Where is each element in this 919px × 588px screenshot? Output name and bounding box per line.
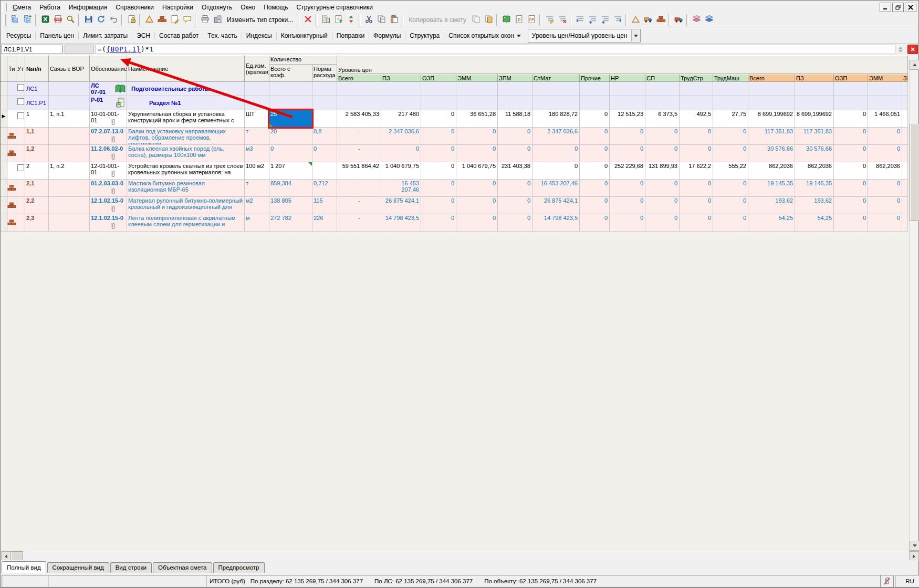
cell-norm[interactable]: 0,712	[312, 180, 337, 197]
cell-num[interactable]: 1,2	[25, 145, 49, 162]
cell-value[interactable]: 2 347 036,6	[381, 128, 421, 145]
cell-value[interactable]: 0	[610, 197, 645, 214]
cell-name[interactable]: Материал рулонный битумно-полимерный кро…	[127, 197, 245, 214]
indent-first-button[interactable]	[573, 14, 586, 26]
cell-value[interactable]: 8 699,199692	[748, 110, 795, 128]
estimate-edit-button[interactable]	[168, 14, 181, 26]
cell-value[interactable]: 0	[645, 128, 680, 145]
formula-cancel-button[interactable]: ✕	[907, 45, 918, 54]
cell-value[interactable]: 14 798 423,5	[532, 214, 580, 232]
cell-value[interactable]: 0	[421, 145, 456, 162]
cell-norm[interactable]: 0,8	[312, 128, 337, 145]
cell-value[interactable]	[381, 82, 421, 96]
cell-value[interactable]: 0	[868, 145, 902, 162]
cell-value-partial[interactable]	[902, 214, 908, 232]
formula-vor-link[interactable]: {BOP1.1}	[106, 46, 141, 53]
column-header-ЭММ[interactable]: ЭММ	[456, 74, 498, 82]
cell-value[interactable]	[337, 96, 381, 110]
panel-button-2[interactable]: Панель цен	[36, 29, 78, 42]
column-header-base-ЗПМ[interactable]: ЗПМ	[902, 74, 908, 82]
save-button[interactable]	[82, 14, 95, 26]
cell-vor-link[interactable]: 1, п.2	[49, 162, 90, 180]
cell-value[interactable]: 0	[834, 214, 868, 232]
cell-value[interactable]: 1 040 679,75	[381, 162, 421, 180]
cell-value[interactable]: 0	[645, 214, 680, 232]
cell-unit[interactable]: 100 м2	[245, 162, 269, 180]
cell-unit[interactable]: м2	[245, 197, 269, 214]
cell-value[interactable]: 26 875 424,1	[381, 197, 421, 214]
cell-approve[interactable]	[16, 96, 25, 110]
cell-value[interactable]: 180 828,72	[532, 110, 580, 128]
cell-value[interactable]	[532, 82, 580, 96]
paperclip-icon[interactable]	[110, 171, 116, 179]
cell-value[interactable]	[421, 82, 456, 96]
cell-value[interactable]	[834, 82, 868, 96]
cell-value[interactable]	[713, 82, 748, 96]
column-header-base-ОЗП[interactable]: ОЗП	[834, 74, 868, 82]
menu-item-9[interactable]: Структурные справочники	[292, 3, 377, 12]
truck-blue-button[interactable]	[642, 14, 654, 26]
cell-value[interactable]: 0	[645, 197, 680, 214]
cell-num[interactable]: 2,1	[25, 180, 49, 197]
cell-value[interactable]: 0	[421, 197, 456, 214]
cell-value[interactable]: 0	[421, 162, 456, 180]
cell-unit[interactable]	[245, 96, 269, 110]
cell-value[interactable]: 0	[498, 145, 532, 162]
search-button[interactable]	[64, 14, 77, 26]
row-gutter[interactable]	[1, 82, 7, 96]
cell-value[interactable]	[868, 82, 902, 96]
column-header-ОЗП[interactable]: ОЗП	[421, 74, 456, 82]
outline-tree-button[interactable]	[8, 14, 21, 26]
cell-approve[interactable]	[16, 197, 25, 214]
truck-alt-button[interactable]	[672, 14, 685, 26]
grid-row-1,2[interactable]: 1,211.2.06.02-0Балка клееная хвойных пор…	[1, 145, 908, 162]
cell-value[interactable]: 0	[456, 128, 498, 145]
cell-unit[interactable]: м3	[245, 145, 269, 162]
vertical-scroll-thumb[interactable]	[910, 124, 919, 221]
outline-tree-add-button[interactable]	[21, 14, 34, 26]
column-header-7[interactable]: Ед.изм. (краткая)	[245, 55, 269, 82]
cell-value[interactable]: 0	[498, 180, 532, 197]
cell-value[interactable]: 0	[680, 145, 713, 162]
cell-value[interactable]: 0	[834, 110, 868, 128]
cell-norm[interactable]	[312, 82, 337, 96]
cell-value[interactable]: 8 699,199692	[795, 110, 834, 128]
cell-value-partial[interactable]	[902, 82, 908, 96]
cell-value[interactable]: 492,5	[680, 110, 713, 128]
column-header-3[interactable]: №п/п	[25, 55, 49, 82]
grid-row-1[interactable]: ▶11, п.110-01-001-01Укрупнительная сборк…	[1, 110, 908, 128]
cell-value[interactable]: 16 453 207,46	[381, 180, 421, 197]
cell-value[interactable]: 0	[868, 128, 902, 145]
cell-value-partial[interactable]	[902, 110, 908, 128]
grid-row-1,1[interactable]: 1,107.2.07.13-0Балки под установку напра…	[1, 128, 908, 145]
cell-value[interactable]	[748, 96, 795, 110]
column-header-СП[interactable]: СП	[645, 74, 680, 82]
tab-3[interactable]: Вид строки	[110, 562, 152, 573]
cell-value[interactable]	[498, 96, 532, 110]
cell-code[interactable]: 10-01-001-01	[90, 110, 127, 128]
cell-value[interactable]: 0	[680, 214, 713, 232]
tab-4[interactable]: Объектная смета	[153, 562, 212, 573]
cell-value[interactable]: -	[337, 128, 381, 145]
grid-row-ЛС1.Р1[interactable]: ЛС1.Р1Р-01РРаздел №1	[1, 96, 908, 110]
copy-estimate-orange-button[interactable]	[482, 14, 495, 26]
cell-value[interactable]: 131 899,93	[645, 162, 680, 180]
column-header-СтМат[interactable]: СтМат	[532, 74, 580, 82]
cell-code[interactable]: 07.2.07.13-0	[90, 128, 127, 145]
close-button[interactable]	[905, 3, 916, 12]
cell-value[interactable]	[456, 96, 498, 110]
cell-value[interactable]: 0	[834, 180, 868, 197]
bricks-button[interactable]	[654, 14, 667, 26]
cell-value[interactable]: 2 583 405,33	[337, 110, 381, 128]
cell-vor-link[interactable]	[49, 82, 90, 96]
cell-norm[interactable]	[312, 162, 337, 180]
menu-item-6[interactable]: Отдохнуть	[197, 3, 236, 12]
cell-value[interactable]: 1 466,051	[868, 110, 902, 128]
cell-vor-link[interactable]	[49, 145, 90, 162]
grid-row-2[interactable]: 21, п.212-01-001-01Устройство кровель ск…	[1, 162, 908, 180]
menu-item-1[interactable]: Смета	[8, 3, 35, 12]
tree-edit-button[interactable]	[543, 14, 556, 26]
cell-value[interactable]: 36 651,28	[456, 110, 498, 128]
cell-value[interactable]: 555,22	[713, 162, 748, 180]
cell-value[interactable]	[421, 96, 456, 110]
